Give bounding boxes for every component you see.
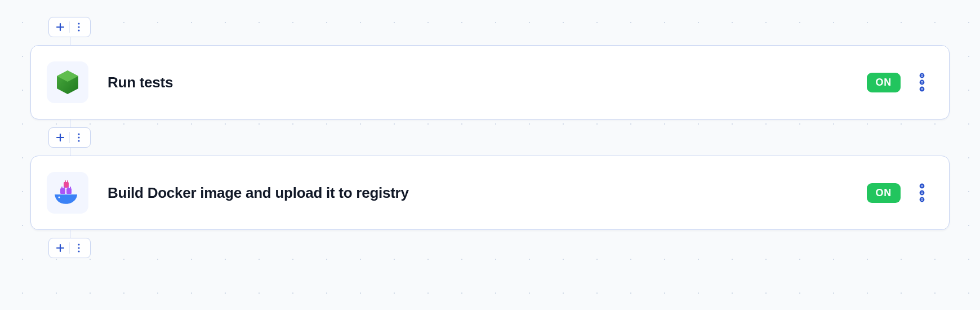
svg-rect-16: [66, 188, 72, 194]
svg-rect-21: [70, 187, 71, 188]
button-divider: [69, 242, 70, 254]
workflow-canvas: Run tests ON: [30, 17, 950, 258]
svg-rect-22: [65, 180, 66, 182]
svg-point-8: [921, 75, 923, 76]
svg-point-13: [78, 140, 79, 141]
svg-point-12: [78, 136, 79, 138]
insert-step-button[interactable]: [48, 17, 91, 37]
svg-point-10: [921, 88, 923, 90]
docker-icon: [52, 179, 83, 207]
step-actions: ON: [867, 71, 930, 94]
step-card[interactable]: Build Docker image and upload it to regi…: [30, 156, 950, 230]
plus-icon: [52, 130, 68, 145]
connector: [70, 148, 950, 156]
connector: [70, 119, 950, 127]
insert-step-top: [48, 17, 950, 37]
insert-step-middle: [48, 127, 950, 148]
svg-point-1: [78, 26, 79, 28]
svg-rect-15: [60, 188, 65, 194]
svg-point-9: [921, 82, 923, 83]
svg-rect-20: [68, 187, 69, 188]
button-divider: [69, 132, 70, 143]
svg-point-27: [921, 185, 923, 187]
step-title: Build Docker image and upload it to regi…: [108, 184, 848, 202]
svg-rect-23: [67, 180, 68, 182]
svg-point-32: [78, 250, 79, 252]
status-badge[interactable]: ON: [867, 183, 901, 203]
hexagon-icon: [56, 69, 79, 95]
step-title: Run tests: [108, 74, 848, 91]
svg-point-14: [59, 197, 60, 198]
plus-icon: [52, 240, 68, 256]
more-icon[interactable]: [71, 130, 87, 145]
insert-step-button[interactable]: [48, 127, 91, 148]
more-icon[interactable]: [71, 240, 87, 256]
plus-icon: [52, 19, 68, 35]
step-icon-box: [47, 61, 88, 103]
insert-step-bottom: [48, 238, 950, 258]
connector: [70, 37, 950, 45]
step-card[interactable]: Run tests ON: [30, 45, 950, 119]
step-menu-button[interactable]: [914, 71, 930, 94]
button-divider: [69, 21, 70, 33]
more-icon[interactable]: [71, 19, 87, 35]
connector: [70, 230, 950, 238]
status-badge[interactable]: ON: [867, 73, 901, 92]
svg-point-11: [78, 133, 79, 135]
svg-rect-18: [61, 187, 63, 188]
svg-point-0: [78, 23, 79, 24]
svg-point-29: [921, 199, 923, 200]
svg-point-31: [78, 247, 79, 249]
svg-rect-19: [64, 187, 65, 188]
svg-point-28: [921, 192, 923, 193]
step-menu-button[interactable]: [914, 181, 930, 204]
svg-point-2: [78, 29, 79, 31]
step-icon-box: [47, 172, 88, 214]
step-actions: ON: [867, 181, 930, 204]
svg-point-30: [78, 243, 79, 245]
insert-step-button[interactable]: [48, 238, 91, 258]
